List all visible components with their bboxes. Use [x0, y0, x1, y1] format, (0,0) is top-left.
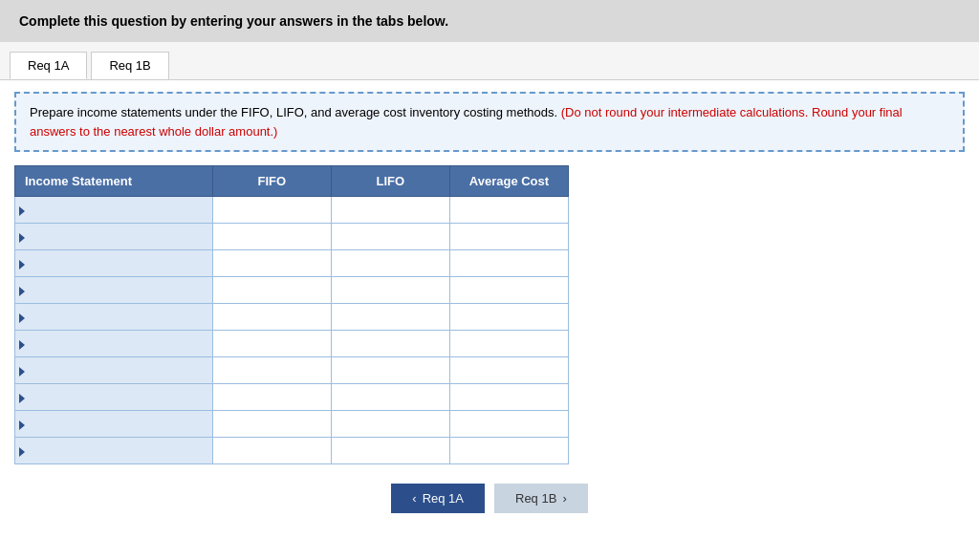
row-3-fifo-cell[interactable] — [212, 277, 331, 304]
main-content: Prepare income statements under the FIFO… — [0, 80, 979, 544]
tab-req1a[interactable]: Req 1A — [10, 52, 87, 79]
row-9-fifo-cell[interactable] — [212, 438, 331, 464]
row-0-label-cell — [15, 197, 213, 224]
row-8-avgcost-cell[interactable] — [449, 411, 568, 438]
cell-indicator-icon — [19, 313, 25, 323]
row-4-lifo-cell[interactable] — [331, 304, 449, 331]
table-row — [15, 331, 569, 357]
row-0-lifo-cell[interactable] — [331, 197, 449, 224]
row-8-fifo-input[interactable] — [217, 415, 327, 433]
row-3-avgcost-cell[interactable] — [449, 277, 568, 304]
row-7-lifo-input[interactable] — [336, 388, 446, 406]
row-6-fifo-input[interactable] — [217, 361, 327, 379]
prev-arrow-icon — [412, 491, 416, 506]
cell-indicator-icon — [19, 420, 25, 430]
row-6-avgcost-input[interactable] — [454, 361, 564, 379]
row-5-lifo-cell[interactable] — [331, 331, 449, 357]
row-7-avgcost-cell[interactable] — [449, 384, 568, 411]
cell-indicator-icon — [19, 287, 25, 296]
next-button[interactable]: Req 1B — [494, 484, 588, 513]
income-statement-table: Income Statement FIFO LIFO Average Cost — [14, 165, 569, 464]
row-3-avgcost-input[interactable] — [454, 281, 564, 299]
row-6-label-cell — [15, 357, 213, 384]
row-1-avgcost-cell[interactable] — [449, 224, 568, 250]
row-4-lifo-input[interactable] — [336, 308, 446, 326]
row-6-lifo-input[interactable] — [336, 361, 446, 379]
table-row — [15, 384, 569, 411]
col-header-income-statement: Income Statement — [15, 166, 213, 197]
col-header-average-cost: Average Cost — [449, 166, 568, 197]
row-1-label-cell — [15, 224, 213, 250]
row-7-fifo-input[interactable] — [217, 388, 327, 406]
row-8-fifo-cell[interactable] — [212, 411, 331, 438]
cell-indicator-icon — [19, 233, 25, 243]
tab-req1b[interactable]: Req 1B — [91, 52, 168, 79]
row-6-lifo-cell[interactable] — [331, 357, 449, 384]
row-0-avgcost-cell[interactable] — [449, 197, 568, 224]
row-7-avgcost-input[interactable] — [454, 388, 564, 406]
row-4-avgcost-input[interactable] — [454, 308, 564, 326]
row-5-fifo-input[interactable] — [217, 334, 327, 353]
row-6-avgcost-cell[interactable] — [449, 357, 568, 384]
cell-indicator-icon — [19, 367, 25, 377]
cell-indicator-icon — [19, 206, 25, 216]
row-9-lifo-input[interactable] — [336, 442, 446, 460]
row-3-lifo-input[interactable] — [336, 281, 446, 299]
banner-text: Complete this question by entering your … — [19, 13, 448, 29]
row-7-lifo-cell[interactable] — [331, 384, 449, 411]
row-4-label-cell — [15, 304, 213, 331]
row-8-label-cell — [15, 411, 213, 438]
row-1-lifo-cell[interactable] — [331, 224, 449, 250]
row-2-avgcost-input[interactable] — [454, 254, 564, 272]
col-header-lifo: LIFO — [331, 166, 449, 197]
row-5-avgcost-input[interactable] — [454, 334, 564, 353]
row-2-label-cell — [15, 250, 213, 277]
row-8-lifo-input[interactable] — [336, 415, 446, 433]
tabs-bar: Req 1A Req 1B — [0, 42, 979, 80]
row-8-lifo-cell[interactable] — [331, 411, 449, 438]
table-row — [15, 438, 569, 464]
row-4-fifo-cell[interactable] — [212, 304, 331, 331]
table-row — [15, 277, 569, 304]
col-header-fifo: FIFO — [212, 166, 331, 197]
row-9-fifo-input[interactable] — [217, 442, 327, 460]
row-2-lifo-input[interactable] — [336, 254, 446, 272]
row-9-avgcost-input[interactable] — [454, 442, 564, 460]
row-0-avgcost-input[interactable] — [454, 201, 564, 219]
prev-button[interactable]: Req 1A — [391, 484, 485, 513]
bottom-navigation: Req 1A Req 1B — [14, 484, 965, 532]
table-row — [15, 411, 569, 438]
row-5-fifo-cell[interactable] — [212, 331, 331, 357]
row-0-lifo-input[interactable] — [336, 201, 446, 219]
row-2-lifo-cell[interactable] — [331, 250, 449, 277]
row-3-lifo-cell[interactable] — [331, 277, 449, 304]
row-2-avgcost-cell[interactable] — [449, 250, 568, 277]
row-3-fifo-input[interactable] — [217, 281, 327, 299]
row-8-avgcost-input[interactable] — [454, 415, 564, 433]
row-1-fifo-cell[interactable] — [212, 224, 331, 250]
row-2-fifo-input[interactable] — [217, 254, 327, 272]
table-row — [15, 197, 569, 224]
row-4-avgcost-cell[interactable] — [449, 304, 568, 331]
prev-button-label: Req 1A — [423, 491, 464, 506]
row-5-avgcost-cell[interactable] — [449, 331, 568, 357]
row-7-fifo-cell[interactable] — [212, 384, 331, 411]
row-0-fifo-input[interactable] — [217, 201, 327, 219]
cell-indicator-icon — [19, 447, 25, 457]
row-5-lifo-input[interactable] — [336, 334, 446, 353]
table-row — [15, 250, 569, 277]
row-4-fifo-input[interactable] — [217, 308, 327, 326]
row-6-fifo-cell[interactable] — [212, 357, 331, 384]
row-1-avgcost-input[interactable] — [454, 227, 564, 246]
cell-indicator-icon — [19, 394, 25, 403]
row-9-lifo-cell[interactable] — [331, 438, 449, 464]
row-9-avgcost-cell[interactable] — [449, 438, 568, 464]
instructions-banner: Complete this question by entering your … — [0, 0, 979, 42]
row-1-fifo-input[interactable] — [217, 227, 327, 246]
row-9-label-cell — [15, 438, 213, 464]
row-0-fifo-cell[interactable] — [212, 197, 331, 224]
row-2-fifo-cell[interactable] — [212, 250, 331, 277]
row-1-lifo-input[interactable] — [336, 227, 446, 246]
next-button-label: Req 1B — [515, 491, 556, 506]
row-7-label-cell — [15, 384, 213, 411]
